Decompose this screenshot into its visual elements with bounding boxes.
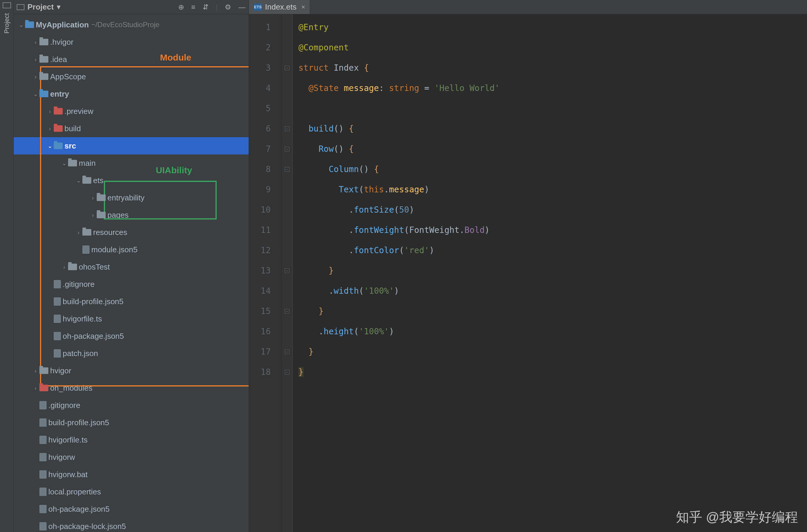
code-line[interactable]: .width('100%'): [298, 281, 807, 301]
chevron-down-icon[interactable]: ⌄: [32, 90, 39, 97]
collapse-icon[interactable]: ⇵: [203, 3, 208, 11]
tree-row-ets[interactable]: ⌄ets: [14, 172, 249, 189]
code-line[interactable]: }: [298, 342, 807, 362]
chevron-down-icon[interactable]: ⌄: [17, 21, 25, 28]
code-line[interactable]: }: [298, 301, 807, 321]
code-line[interactable]: .fontWeight(FontWeight.Bold): [298, 220, 807, 240]
chevron-right-icon[interactable]: ›: [32, 56, 39, 63]
tree-row-build-profile-json5[interactable]: build-profile.json5: [14, 414, 249, 431]
tree-item-label: .gitignore: [48, 401, 80, 410]
tree-row-local-properties[interactable]: local.properties: [14, 483, 249, 500]
fold-cell: −: [282, 362, 292, 382]
chevron-right-icon[interactable]: ›: [60, 264, 68, 270]
tree-item-label: MyApplication: [36, 20, 89, 30]
fold-toggle-icon[interactable]: −: [285, 65, 290, 70]
tree-row-main[interactable]: ⌄main: [14, 154, 249, 172]
tree-item-label: resources: [93, 228, 127, 237]
tree-row-entry[interactable]: ⌄entry: [14, 85, 249, 102]
tree-row-oh-package-json5[interactable]: oh-package.json5: [14, 327, 249, 345]
tree-row-ohostest[interactable]: ›ohosTest: [14, 258, 249, 276]
fold-toggle-icon[interactable]: −: [285, 147, 290, 151]
chevron-right-icon[interactable]: ›: [75, 229, 82, 236]
chevron-down-icon[interactable]: ⌄: [75, 177, 82, 184]
tree-row-appscope[interactable]: ›AppScope: [14, 68, 249, 85]
tree-row-hvigorfile-ts[interactable]: hvigorfile.ts: [14, 310, 249, 327]
tree-row--gitignore[interactable]: .gitignore: [14, 397, 249, 414]
tree-row-build-profile-json5[interactable]: build-profile.json5: [14, 293, 249, 310]
code-line[interactable]: @State message: string = 'Hello World': [298, 78, 807, 98]
tree-row-resources[interactable]: ›resources: [14, 224, 249, 241]
chevron-right-icon[interactable]: ›: [46, 125, 54, 132]
close-icon[interactable]: ×: [301, 3, 305, 11]
code-line[interactable]: @Entry: [298, 17, 807, 38]
fold-toggle-icon[interactable]: −: [285, 370, 290, 375]
code-line[interactable]: [298, 98, 807, 119]
tree-row--idea[interactable]: ›.idea: [14, 51, 249, 68]
file-icon: [82, 245, 90, 254]
tree-row-module-json5[interactable]: module.json5: [14, 241, 249, 258]
fold-toggle-icon[interactable]: −: [285, 167, 290, 172]
tree-row-hvigorw-bat[interactable]: hvigorw.bat: [14, 466, 249, 483]
project-tree[interactable]: Module UIAbility ⌄MyApplication~/DevEcoS…: [14, 14, 249, 532]
code-editor[interactable]: 123456789101112131415161718 −−−−−−−− @En…: [249, 14, 807, 532]
tree-row-hvigorfile-ts[interactable]: hvigorfile.ts: [14, 431, 249, 449]
tree-row-pages[interactable]: ›pages: [14, 206, 249, 224]
token: message: [389, 185, 424, 194]
chevron-right-icon[interactable]: ›: [32, 39, 39, 45]
code-line[interactable]: .height('100%'): [298, 321, 807, 342]
tree-row-hvigorw[interactable]: hvigorw: [14, 449, 249, 466]
code-content[interactable]: @Entry@Componentstruct Index { @State me…: [292, 14, 807, 532]
line-number: 3: [249, 58, 271, 78]
file-icon: [39, 522, 47, 531]
project-view-selector[interactable]: Project ▾: [17, 2, 60, 12]
fold-toggle-icon[interactable]: −: [285, 268, 290, 273]
code-line[interactable]: .fontSize(50): [298, 200, 807, 220]
code-line[interactable]: }: [298, 261, 807, 281]
fold-cell: −: [282, 119, 292, 139]
code-line[interactable]: Text(this.message): [298, 179, 807, 200]
token: {: [374, 164, 379, 174]
tree-row-entryability[interactable]: ›entryability: [14, 189, 249, 206]
tree-row-build[interactable]: ›build: [14, 120, 249, 137]
tree-row--preview[interactable]: ›.preview: [14, 102, 249, 120]
tree-row-oh-modules[interactable]: ›oh_modules: [14, 379, 249, 397]
tree-item-label: hvigorfile.ts: [63, 314, 102, 324]
chevron-right-icon[interactable]: ›: [32, 385, 39, 392]
code-line[interactable]: .fontColor('red'): [298, 240, 807, 261]
editor-tab-index-ets[interactable]: ETS Index.ets ×: [249, 0, 310, 14]
chevron-right-icon[interactable]: ›: [46, 108, 54, 115]
code-line[interactable]: @Component: [298, 38, 807, 58]
code-line[interactable]: struct Index {: [298, 58, 807, 78]
fold-toggle-icon[interactable]: −: [285, 349, 290, 354]
tree-row-myapplication[interactable]: ⌄MyApplication~/DevEcoStudioProje: [14, 16, 249, 33]
line-number-gutter: 123456789101112131415161718: [249, 14, 282, 532]
project-toolwin-tab[interactable]: Project: [2, 10, 12, 36]
chevron-right-icon[interactable]: ›: [32, 73, 39, 80]
token: Row: [318, 144, 334, 154]
minimize-icon[interactable]: —: [238, 3, 245, 11]
chevron-right-icon[interactable]: ›: [89, 194, 97, 201]
chevron-down-icon[interactable]: ⌄: [60, 159, 68, 167]
tree-row-src[interactable]: ⌄src: [14, 137, 249, 154]
expand-icon[interactable]: ≡: [191, 3, 196, 11]
chevron-down-icon[interactable]: ⌄: [46, 142, 54, 149]
token: (): [334, 124, 349, 134]
tree-row--hvigor[interactable]: ›.hvigor: [14, 33, 249, 51]
fold-toggle-icon[interactable]: −: [285, 127, 290, 131]
tree-row--gitignore[interactable]: .gitignore: [14, 276, 249, 293]
tree-row-oh-package-lock-json5[interactable]: oh-package-lock.json5: [14, 518, 249, 532]
locate-icon[interactable]: ⊕: [178, 3, 184, 11]
chevron-right-icon[interactable]: ›: [89, 212, 97, 218]
tool-window-bar: Project: [0, 0, 14, 532]
code-line[interactable]: Column() {: [298, 159, 807, 179]
tree-row-hvigor[interactable]: ›hvigor: [14, 362, 249, 379]
tree-row-patch-json[interactable]: patch.json: [14, 345, 249, 362]
fold-toggle-icon[interactable]: −: [285, 309, 290, 314]
gear-icon[interactable]: ⚙: [225, 3, 231, 11]
tree-item-label: oh_modules: [50, 383, 93, 393]
code-line[interactable]: }: [298, 362, 807, 382]
tree-row-oh-package-json5[interactable]: oh-package.json5: [14, 500, 249, 518]
code-line[interactable]: build() {: [298, 119, 807, 139]
chevron-right-icon[interactable]: ›: [32, 367, 39, 374]
code-line[interactable]: Row() {: [298, 139, 807, 159]
